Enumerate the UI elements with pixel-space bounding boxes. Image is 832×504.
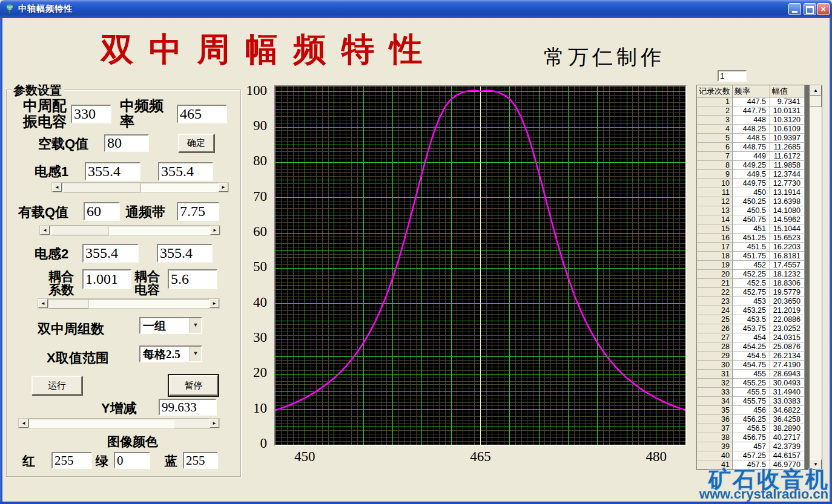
group-count-label: 双中周组数 bbox=[38, 320, 104, 338]
scroll-right-icon[interactable]: ► bbox=[210, 299, 219, 308]
if-frequency-input[interactable] bbox=[177, 105, 227, 123]
scrollbar-track[interactable] bbox=[48, 299, 210, 308]
red-input[interactable] bbox=[51, 452, 92, 469]
table-row[interactable]: 3545634.6822 bbox=[697, 406, 822, 415]
inductor2-input-b[interactable] bbox=[157, 244, 213, 263]
y-axis-tick-label: 30 bbox=[232, 330, 267, 345]
scrollbar-thumb[interactable] bbox=[48, 299, 88, 309]
table-row[interactable]: 14450.7514.5962 bbox=[697, 215, 822, 224]
table-row[interactable]: 33455.531.4940 bbox=[697, 388, 822, 397]
table-row[interactable]: 37456.538.2890 bbox=[697, 424, 822, 433]
table-row[interactable]: 344810.3120 bbox=[697, 116, 822, 125]
table-row[interactable]: 9449.512.3744 bbox=[697, 170, 822, 179]
table-row[interactable]: 25453.522.0886 bbox=[697, 315, 822, 324]
table-row[interactable]: 2745424.0315 bbox=[697, 333, 822, 342]
record-count-input[interactable] bbox=[718, 70, 747, 82]
maximize-button[interactable] bbox=[804, 3, 816, 15]
coupling-coeff-input[interactable] bbox=[82, 269, 131, 289]
table-row[interactable]: 17451.516.2203 bbox=[697, 243, 822, 252]
coupling-cap-input[interactable] bbox=[168, 269, 217, 289]
record-cell: 30 bbox=[697, 361, 733, 370]
coupling-scrollbar[interactable]: ◄ ► bbox=[38, 298, 220, 309]
table-scrollbar[interactable]: ▲ ▼ bbox=[810, 85, 822, 470]
pause-button[interactable]: 暂停 bbox=[169, 375, 218, 396]
table-row[interactable]: 29454.526.2134 bbox=[697, 352, 822, 361]
table-row[interactable]: 22452.7519.5779 bbox=[697, 288, 822, 297]
scrollbar-thumb[interactable] bbox=[51, 226, 108, 235]
scroll-right-icon[interactable]: ► bbox=[210, 419, 219, 428]
close-button[interactable]: × bbox=[817, 3, 830, 15]
table-row[interactable]: 1145013.1914 bbox=[697, 188, 822, 197]
inductor2-input-a[interactable] bbox=[82, 244, 139, 263]
y-delta-scrollbar[interactable]: ◄ ► bbox=[18, 418, 220, 428]
blue-input[interactable] bbox=[183, 452, 218, 469]
table-row[interactable]: 16451.2515.6523 bbox=[697, 234, 822, 243]
table-row[interactable]: 5448.510.9397 bbox=[697, 134, 822, 143]
table-row[interactable]: 744911.6172 bbox=[697, 152, 822, 161]
scroll-left-icon[interactable]: ◄ bbox=[52, 183, 62, 192]
table-row[interactable]: 3145528.6943 bbox=[697, 370, 822, 379]
inductor1-input-b[interactable] bbox=[158, 162, 213, 181]
table-row[interactable]: 30454.7527.4190 bbox=[697, 361, 822, 370]
table-row[interactable]: 38456.7540.2717 bbox=[697, 433, 822, 442]
table-row[interactable]: 21452.518.8306 bbox=[697, 279, 822, 288]
bandwidth-input[interactable] bbox=[177, 202, 219, 221]
unloaded-q-input[interactable] bbox=[104, 134, 149, 152]
table-row[interactable]: 20452.2518.1232 bbox=[697, 270, 822, 279]
scroll-right-icon[interactable]: ► bbox=[210, 226, 220, 235]
loaded-q-input[interactable] bbox=[84, 202, 120, 221]
table-row[interactable]: 1545115.1044 bbox=[697, 224, 822, 234]
table-row[interactable]: 3945742.3739 bbox=[697, 442, 822, 451]
table-row[interactable]: 1447.59.7341 bbox=[697, 97, 822, 106]
frequency-cell: 451 bbox=[733, 224, 770, 234]
table-row[interactable]: 24453.2521.2019 bbox=[697, 306, 822, 315]
green-input[interactable] bbox=[114, 452, 150, 469]
inductor1-scrollbar[interactable]: ◄ ► bbox=[51, 182, 229, 192]
loaded-q-scrollbar[interactable]: ◄ ► bbox=[39, 225, 220, 235]
scroll-left-icon[interactable]: ◄ bbox=[38, 299, 48, 308]
col-header-record: 记录次数 bbox=[697, 85, 733, 97]
table-row[interactable]: 8449.2511.9858 bbox=[697, 161, 822, 170]
ok-button[interactable]: 确定 bbox=[178, 134, 214, 152]
frequency-cell: 449.75 bbox=[733, 179, 770, 188]
scrollbar-track[interactable] bbox=[62, 183, 219, 192]
scroll-right-icon[interactable]: ► bbox=[219, 183, 228, 192]
scroll-left-icon[interactable]: ◄ bbox=[40, 226, 50, 235]
scrollbar-track[interactable] bbox=[50, 226, 210, 235]
minimize-button[interactable] bbox=[788, 3, 801, 15]
table-row[interactable]: 13450.514.1080 bbox=[697, 206, 822, 215]
frequency-cell: 448.25 bbox=[733, 125, 770, 134]
table-row[interactable]: 10449.7512.7730 bbox=[697, 179, 822, 188]
chevron-down-icon[interactable]: ▼ bbox=[190, 318, 201, 333]
table-row[interactable]: 1945217.4557 bbox=[697, 261, 822, 270]
scrollbar-thumb[interactable] bbox=[63, 183, 140, 192]
table-row[interactable]: 36456.2536.4258 bbox=[697, 415, 822, 424]
scrollbar-thumb[interactable] bbox=[174, 419, 210, 428]
scroll-left-icon[interactable]: ◄ bbox=[19, 419, 28, 428]
table-row[interactable]: 28454.2525.0876 bbox=[697, 342, 822, 352]
table-row[interactable]: 40457.2544.6157 bbox=[697, 451, 822, 460]
amplitude-cell: 23.0252 bbox=[770, 324, 805, 333]
y-axis-tick-label: 40 bbox=[232, 295, 267, 310]
table-row[interactable]: 2345320.3650 bbox=[697, 297, 822, 306]
scrollbar-track[interactable] bbox=[28, 419, 210, 428]
x-range-select[interactable]: 每格2.5 ▼ bbox=[139, 345, 202, 362]
chevron-down-icon[interactable]: ▼ bbox=[190, 347, 201, 361]
table-row[interactable]: 18451.7516.8181 bbox=[697, 252, 822, 261]
group-count-select[interactable]: 一组 ▼ bbox=[139, 317, 202, 334]
run-button[interactable]: 运行 bbox=[31, 376, 82, 395]
scroll-up-icon[interactable]: ▲ bbox=[810, 85, 822, 96]
table-row[interactable]: 4448.2510.6109 bbox=[697, 125, 822, 134]
table-row[interactable]: 6448.7511.2685 bbox=[697, 143, 822, 152]
scrollbar-thumb[interactable] bbox=[810, 96, 822, 107]
amplitude-cell: 9.7341 bbox=[770, 97, 805, 106]
inductor1-input-a[interactable] bbox=[85, 162, 140, 181]
table-row[interactable]: 26453.7523.0252 bbox=[697, 324, 822, 333]
table-row[interactable]: 12450.2513.6398 bbox=[697, 197, 822, 206]
table-row[interactable]: 32455.2530.0493 bbox=[697, 379, 822, 388]
y-delta-input[interactable] bbox=[159, 399, 217, 416]
frequency-cell: 456 bbox=[733, 406, 770, 415]
cap-input[interactable] bbox=[71, 105, 111, 123]
table-row[interactable]: 34455.7533.0383 bbox=[697, 397, 822, 406]
table-row[interactable]: 2447.7510.0131 bbox=[697, 106, 822, 116]
